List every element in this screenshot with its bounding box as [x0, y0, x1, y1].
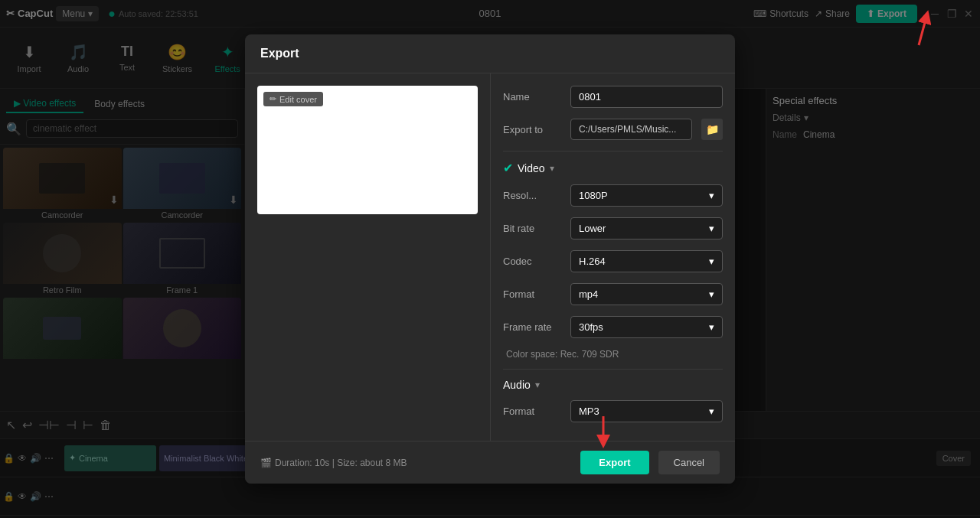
- framerate-row: Frame rate 30fps ▾: [503, 316, 723, 338]
- resolution-select[interactable]: 1080P ▾: [570, 184, 723, 207]
- audio-format-label: Format: [503, 406, 564, 417]
- format-label: Format: [503, 288, 564, 300]
- video-check-icon: ✔: [503, 161, 513, 175]
- bitrate-label: Bit rate: [503, 223, 564, 234]
- chevron-down-icon: ▾: [709, 256, 714, 267]
- format-row: Format mp4 ▾: [503, 283, 723, 305]
- export-modal-button[interactable]: Export: [580, 451, 648, 474]
- folder-browse-button[interactable]: 📁: [701, 119, 723, 140]
- modal-title: Export: [245, 34, 735, 73]
- audio-chevron-icon: ▾: [535, 380, 540, 390]
- codec-label: Codec: [503, 256, 564, 267]
- export-modal: Export ✏ Edit cover Name: [245, 34, 735, 484]
- modal-footer: 🎬 Duration: 10s | Size: about 8 MB Expor…: [245, 441, 735, 484]
- framerate-label: Frame rate: [503, 321, 564, 333]
- modal-preview: ✏ Edit cover: [245, 73, 490, 441]
- modal-overlay: Export ✏ Edit cover Name: [0, 0, 980, 518]
- resolution-label: Resol...: [503, 190, 564, 201]
- preview-box: ✏ Edit cover: [257, 86, 478, 214]
- modal-form: Name Export to C:/Users/PMLS/Music... 📁: [490, 73, 735, 441]
- codec-row: Codec H.264 ▾: [503, 250, 723, 272]
- export-to-row: Export to C:/Users/PMLS/Music... 📁: [503, 119, 723, 140]
- audio-format-row: Format MP3 ▾: [503, 400, 723, 422]
- chevron-down-icon: ▾: [709, 288, 714, 300]
- video-section-title: ✔ Video ▾: [503, 161, 723, 175]
- video-chevron-icon: ▾: [550, 163, 554, 174]
- modal-body: ✏ Edit cover Name Export to C:/Users/PML…: [245, 73, 735, 441]
- chevron-down-icon: ▾: [709, 321, 714, 333]
- format-select[interactable]: mp4 ▾: [570, 283, 723, 305]
- export-path-display: C:/Users/PMLS/Music...: [570, 119, 692, 140]
- name-label: Name: [503, 91, 564, 103]
- cancel-modal-button[interactable]: Cancel: [658, 451, 720, 474]
- chevron-down-icon: ▾: [709, 223, 714, 234]
- codec-select[interactable]: H.264 ▾: [570, 250, 723, 272]
- name-input[interactable]: [570, 86, 723, 108]
- film-icon: 🎬: [260, 458, 272, 468]
- audio-section-title: Audio ▾: [503, 379, 723, 391]
- duration-info: 🎬 Duration: 10s | Size: about 8 MB: [260, 458, 571, 468]
- resolution-row: Resol... 1080P ▾: [503, 184, 723, 207]
- pencil-icon: ✏: [270, 94, 276, 104]
- color-space-text: Color space: Rec. 709 SDR: [503, 349, 723, 360]
- export-to-label: Export to: [503, 124, 564, 135]
- edit-cover-button[interactable]: ✏ Edit cover: [263, 92, 323, 106]
- footer-buttons: Export: [580, 451, 648, 474]
- audio-format-select[interactable]: MP3 ▾: [570, 400, 723, 422]
- chevron-down-icon: ▾: [709, 190, 714, 201]
- chevron-down-icon: ▾: [709, 406, 714, 417]
- name-row: Name: [503, 86, 723, 108]
- bitrate-row: Bit rate Lower ▾: [503, 217, 723, 239]
- framerate-select[interactable]: 30fps ▾: [570, 316, 723, 338]
- bitrate-select[interactable]: Lower ▾: [570, 217, 723, 239]
